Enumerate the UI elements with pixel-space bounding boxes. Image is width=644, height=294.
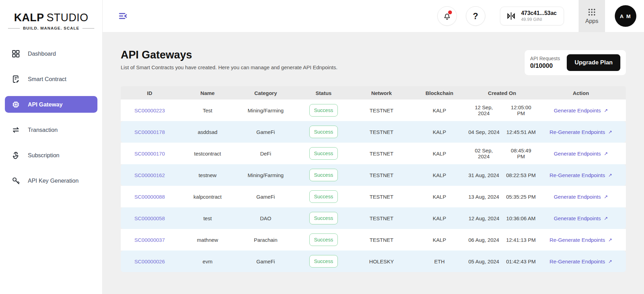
contract-name: kalpcontract [178,194,237,200]
sidebar-item-transaction[interactable]: Transaction [5,121,97,138]
status-badge: Success [309,104,338,117]
created-time: 05:35:25 PM [506,194,536,200]
table-row: SC00000088 kalpcontract GameFi Success T… [121,186,626,207]
endpoints-action-link[interactable]: Generate Endpoints ↗ [554,194,608,200]
created-date: 31 Aug, 2024 [468,172,499,178]
wallet-texts: 473c41...53ac 49.99 GINI [521,10,557,22]
endpoints-action-link[interactable]: Generate Endpoints ↗ [554,108,608,113]
sidebar-item-api-key-generation[interactable]: API Key Generation [5,172,97,189]
created-on-cell: 12 Sep, 2024 12:05:00 PM [468,104,536,116]
action-label: Generate Endpoints [554,151,601,157]
external-link-arrow-icon: ↗ [608,172,612,178]
contract-id-link[interactable]: SC00000178 [134,129,165,135]
contract-category: GameFi [237,259,295,264]
external-link-arrow-icon: ↗ [604,151,608,156]
main-content: API Gateways List of Smart Contracts you… [103,32,644,294]
collapse-sidebar-icon[interactable] [117,10,129,22]
contract-id-link[interactable]: SC00000223 [134,108,165,113]
upgrade-plan-button[interactable]: Upgrade Plan [567,54,620,71]
created-date: 12 Aug, 2024 [469,215,499,221]
subscription-tap-icon [11,151,20,160]
action-label: Generate Endpoints [554,215,601,221]
endpoints-action-link[interactable]: Re-Generate Endpoints ↗ [550,129,612,135]
notifications-button[interactable] [437,6,457,26]
contract-blockchain: KALP [411,108,468,113]
created-on-cell: 04 Sep, 2024 12:45:51 AM [468,129,536,135]
column-header-category: Category [237,90,295,96]
sidebar-item-smart-contract[interactable]: Smart Contract [5,71,97,87]
sidebar-nav: Dashboard Smart Contract API Gateway Tra… [0,39,102,189]
smart-contract-icon [11,74,20,84]
created-on-cell: 12 Aug, 2024 10:36:06 AM [468,215,536,221]
user-avatar[interactable]: A M [615,5,636,27]
status-badge: Success [309,169,338,181]
api-requests-label: API Requests [530,56,560,61]
contract-network: TESTNET [352,108,411,113]
help-button[interactable]: ? [466,6,485,26]
column-header-name: Name [178,90,237,96]
apps-menu-button[interactable]: Apps [579,0,605,32]
sidebar-item-label: Dashboard [28,50,56,57]
contract-blockchain: KALP [411,172,468,178]
created-time: 10:36:06 AM [506,215,535,221]
page-title: API Gateways [121,49,337,61]
contract-category: GameFi [237,194,295,200]
contract-category: DAO [237,215,295,221]
endpoints-action-link[interactable]: Generate Endpoints ↗ [554,151,608,157]
contract-id-link[interactable]: SC00000170 [134,151,165,157]
contract-category: Parachain [237,237,295,243]
sidebar-item-dashboard[interactable]: Dashboard [5,45,97,62]
topbar-right-cluster: ? 473c41...53ac 49.99 GINI Apps A M [437,0,644,32]
contract-id-link[interactable]: SC00000088 [134,194,165,200]
endpoints-action-link[interactable]: Generate Endpoints ↗ [554,215,608,221]
contract-network: TESTNET [352,215,411,221]
contract-name: evm [178,259,237,264]
contract-id-link[interactable]: SC00000037 [134,237,165,243]
topbar: ? 473c41...53ac 49.99 GINI Apps A M [103,0,644,32]
created-on-cell: 05 Aug, 2024 01:42:43 PM [468,259,536,264]
kalp-studio-logo: KALPSTUDIO BUILD. MANAGE. SCALE [0,0,102,39]
apps-label: Apps [585,18,598,24]
sidebar: KALPSTUDIO BUILD. MANAGE. SCALE Dashboar… [0,0,103,294]
created-date: 06 Aug, 2024 [468,237,499,243]
contract-id-link[interactable]: SC00000026 [134,259,165,264]
page-subtitle: List of Smart Contracts you have created… [121,64,337,70]
wallet-chip[interactable]: 473c41...53ac 49.99 GINI [500,7,564,25]
status-badge: Success [309,255,338,268]
created-time: 12:05:00 PM [506,104,536,116]
api-requests-value: 0/10000 [530,62,560,70]
contract-blockchain: KALP [411,151,468,157]
table-row: SC00000037 mathnew Parachain Success TES… [121,229,626,251]
logo-primary: KALP [14,11,44,24]
endpoints-action-link[interactable]: Re-Generate Endpoints ↗ [550,237,612,243]
contract-blockchain: KALP [411,215,468,221]
contract-name: asddsad [178,129,237,135]
contract-network: TESTNET [352,172,411,178]
sidebar-item-label: API Gateway [28,101,63,108]
created-time: 12:45:51 AM [507,129,536,135]
contract-id-link[interactable]: SC00000058 [134,215,165,221]
external-link-arrow-icon: ↗ [604,215,608,221]
created-on-cell: 06 Aug, 2024 12:41:13 PM [468,237,536,243]
created-date: 12 Sep, 2024 [468,104,499,116]
column-header-created-on: Created On [468,90,536,96]
contract-id-link[interactable]: SC00000162 [134,172,165,178]
action-label: Re-Generate Endpoints [550,172,605,178]
contract-category: Mining/Farming [237,108,295,113]
sidebar-item-subscription[interactable]: Subscription [5,147,97,164]
contract-category: GameFi [237,129,295,135]
contract-blockchain: ETH [411,259,468,264]
column-header-id: ID [121,90,178,96]
contract-name: testnew [178,172,237,178]
endpoints-action-link[interactable]: Re-Generate Endpoints ↗ [550,259,612,264]
page-header: API Gateways List of Smart Contracts you… [121,49,626,75]
created-on-cell: 02 Sep, 2024 08:45:49 PM [468,148,536,159]
created-date: 02 Sep, 2024 [468,148,499,159]
endpoints-action-link[interactable]: Re-Generate Endpoints ↗ [550,172,612,178]
status-badge: Success [309,190,338,203]
contract-network: TESTNET [352,237,411,243]
external-link-arrow-icon: ↗ [608,259,612,264]
external-link-arrow-icon: ↗ [604,108,608,113]
table-row: SC00000170 testcontract DeFi Success TES… [121,143,626,164]
sidebar-item-api-gateway[interactable]: API Gateway [5,96,97,113]
